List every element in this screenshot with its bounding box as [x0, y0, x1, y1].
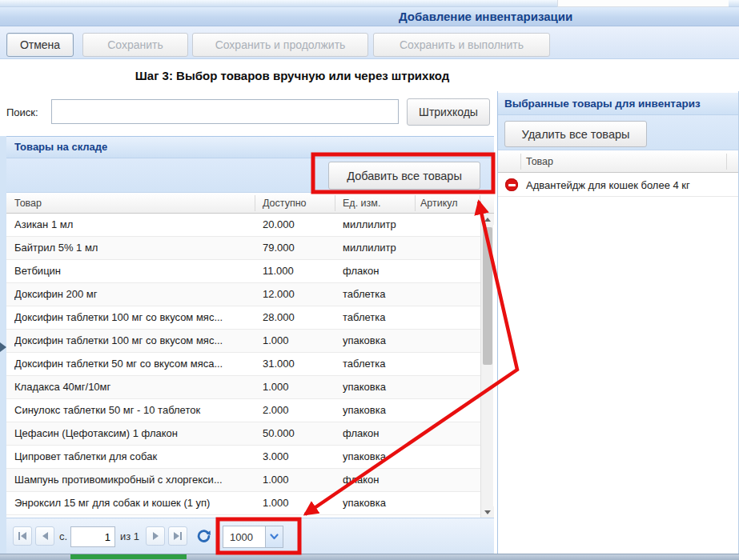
warehouse-panel-header: Товары на складе — [6, 137, 494, 158]
column-separator — [335, 195, 335, 211]
available-qty-cell: 79.000 — [263, 242, 335, 254]
warehouse-panel: Товары на складе Добавить все товары Тов… — [6, 136, 494, 554]
last-page-icon — [174, 532, 179, 540]
first-page-button[interactable] — [13, 526, 32, 546]
selected-grid-header: Товар — [498, 150, 738, 173]
unit-cell: упаковка — [343, 381, 415, 393]
unit-cell: флакон — [343, 265, 415, 277]
product-name-cell: Байтрил 5% 1 мл — [14, 242, 255, 254]
selected-product-name: Адвантейдж для кошек более 4 кг — [526, 179, 690, 191]
column-header-unit[interactable]: Ед. изм. — [343, 198, 380, 209]
refresh-icon — [197, 530, 211, 543]
pager-toolbar: с. из 1 1000 — [6, 518, 494, 554]
available-qty-cell: 28.000 — [263, 311, 335, 323]
selected-row[interactable]: Адвантейдж для кошек более 4 кг — [498, 173, 738, 197]
page-label: с. — [59, 530, 67, 542]
product-name-cell: Шампунь противомикробный с хлоргекси... — [14, 474, 255, 486]
available-qty-cell: 2.000 — [263, 404, 335, 416]
table-row[interactable]: Ципровет таблетки для собак 3.000 упаков… — [6, 446, 480, 469]
column-header-product[interactable]: Товар — [526, 156, 553, 167]
product-name-cell: Цефасин (Цефотаксим) 1 флакон — [14, 427, 255, 439]
column-separator — [726, 154, 727, 170]
product-name-cell: Кладакса 40мг/10мг — [14, 381, 255, 393]
table-row[interactable]: Шампунь противомикробный с хлоргекси... … — [6, 469, 480, 492]
unit-cell: флакон — [343, 427, 415, 439]
product-name-cell: Энроксил 15 мг для собак и кошек (1 уп) — [14, 497, 255, 509]
product-name-cell: Азикан 1 мл — [14, 218, 255, 230]
save-and-continue-button[interactable]: Сохранить и продолжить — [192, 33, 368, 57]
available-qty-cell: 11.000 — [263, 265, 335, 277]
column-separator — [520, 154, 521, 170]
warehouse-panel-toolbar: Добавить все товары — [6, 158, 494, 193]
available-qty-cell: 1.000 — [263, 334, 335, 346]
dialog-titlebar: Добавление инвентаризации — [0, 7, 739, 26]
scroll-up-icon[interactable] — [481, 214, 494, 225]
table-row[interactable]: Кладакса 40мг/10мг 1.000 упаковка — [6, 376, 480, 399]
product-name-cell: Ципровет таблетки для собак — [14, 450, 255, 462]
vertical-scrollbar[interactable] — [480, 214, 493, 518]
table-row[interactable]: Доксифин 200 мг 12.000 таблетка — [6, 283, 480, 306]
selected-panel-title: Выбранные товары для инвентариз — [504, 98, 739, 110]
available-qty-cell: 12.000 — [263, 288, 335, 300]
selected-panel-header: Выбранные товары для инвентариз — [498, 93, 738, 115]
available-qty-cell: 20.000 — [263, 218, 335, 230]
scroll-down-icon[interactable] — [481, 506, 494, 518]
row-pointer-icon — [0, 342, 6, 352]
page-size-combo[interactable]: 1000 — [223, 526, 283, 548]
cancel-button[interactable]: Отмена — [6, 33, 74, 57]
available-qty-cell: 3.000 — [263, 450, 335, 462]
page-number-input[interactable] — [70, 526, 115, 547]
prev-page-icon — [42, 532, 48, 540]
column-separator — [480, 195, 480, 211]
table-row[interactable]: Энроксил 15 мг для собак и кошек (1 уп) … — [6, 492, 480, 515]
column-separator — [255, 195, 255, 211]
available-qty-cell: 1.000 — [263, 497, 335, 509]
remove-all-products-button[interactable]: Удалить все товары — [504, 121, 647, 147]
product-name-cell: Доксифин таблетки 50 мг со вкусом мяса..… — [14, 358, 255, 370]
page-size-value[interactable]: 1000 — [223, 526, 266, 548]
search-label: Поиск: — [6, 106, 38, 118]
table-row[interactable]: Азикан 1 мл 20.000 миллилитр — [6, 214, 480, 237]
column-header-product[interactable]: Товар — [14, 198, 42, 209]
dialog-title: Добавление инвентаризации — [399, 10, 572, 23]
product-name-cell: Синулокс таблетки 50 мг - 10 таблеток — [14, 404, 255, 416]
remove-item-icon[interactable] — [505, 178, 518, 191]
unit-cell: флакон — [343, 474, 415, 486]
product-name-cell: Доксифин таблетки 100 мг со вкусом мяс..… — [14, 311, 255, 323]
progress-bar — [70, 554, 187, 559]
save-button[interactable]: Сохранить — [82, 33, 188, 57]
barcodes-button[interactable]: Штрихкоды — [407, 98, 490, 126]
available-qty-cell: 31.000 — [263, 358, 335, 370]
column-header-article[interactable]: Артикул — [420, 198, 458, 209]
search-input[interactable] — [51, 99, 399, 124]
available-qty-cell: 1.000 — [263, 474, 335, 486]
chevron-down-icon — [270, 534, 279, 540]
combo-trigger[interactable] — [265, 526, 283, 548]
unit-cell: упаковка — [343, 334, 415, 346]
table-row[interactable]: Доксифин таблетки 50 мг со вкусом мяса..… — [6, 353, 480, 376]
table-row[interactable]: Байтрил 5% 1 мл 79.000 миллилитр — [6, 237, 480, 260]
warehouse-grid-header: Товар Доступно Ед. изм. Артикул — [6, 193, 494, 214]
prev-page-button[interactable] — [35, 526, 54, 546]
save-and-execute-button[interactable]: Сохранить и выполнить — [373, 33, 550, 57]
scrollbar-thumb[interactable] — [483, 227, 492, 365]
table-row[interactable]: Ветбицин 11.000 флакон — [6, 260, 480, 283]
table-row[interactable]: Доксифин таблетки 100 мг со вкусом мяс..… — [6, 306, 480, 330]
warehouse-grid-body: Азикан 1 мл 20.000 миллилитр Байтрил 5% … — [6, 214, 480, 518]
column-separator — [415, 195, 416, 211]
step-title: Шаг 3: Выбор товаров вручную или через ш… — [48, 69, 536, 82]
next-page-button[interactable] — [146, 526, 165, 546]
available-qty-cell: 50.000 — [263, 427, 335, 439]
page-of-label: из 1 — [120, 530, 139, 542]
warehouse-panel-title: Товары на складе — [14, 141, 107, 153]
last-page-button[interactable] — [168, 526, 187, 546]
product-name-cell: Доксифин таблетки 100 мг со вкусом мяс..… — [14, 334, 255, 346]
table-row[interactable]: Синулокс таблетки 50 мг - 10 таблеток 2.… — [6, 399, 480, 422]
unit-cell: миллилитр — [343, 218, 415, 230]
table-row[interactable]: Доксифин таблетки 100 мг со вкусом мяс..… — [6, 330, 480, 353]
add-all-products-button[interactable]: Добавить все товары — [328, 162, 480, 190]
product-name-cell: Ветбицин — [14, 265, 255, 277]
table-row[interactable]: Цефасин (Цефотаксим) 1 флакон 50.000 фла… — [6, 422, 480, 446]
refresh-button[interactable] — [194, 526, 213, 546]
column-header-available[interactable]: Доступно — [263, 198, 307, 209]
